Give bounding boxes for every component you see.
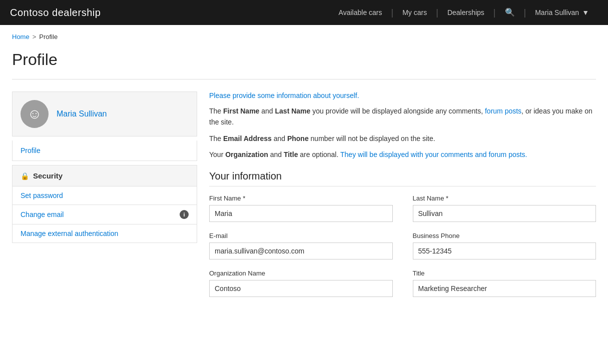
sidebar-security-header: 🔒 Security [12,165,197,186]
breadcrumb-separator: > [33,33,37,40]
your-information-title: Your information [209,170,596,186]
header: Contoso dealership Available cars | My c… [0,0,608,25]
sidebar: ☺ Maria Sullivan Profile 🔒 Security Set … [12,92,197,243]
site-logo: Contoso dealership [10,7,330,18]
info-paragraph-3: Your Organization and Title are optional… [209,149,596,160]
change-email-label: Change email [21,210,64,218]
email-field: E-mail [209,232,393,260]
profile-form: First Name * Last Name * E-mail Business… [209,194,596,297]
email-label: E-mail [209,232,393,240]
bold-last-name: Last Name [275,107,311,115]
intro-text: Please provide some information about yo… [209,92,596,100]
sidebar-item-profile[interactable]: Profile [12,140,197,161]
nav-dealerships[interactable]: Dealerships [438,0,493,25]
nav-available-cars[interactable]: Available cars [330,0,391,25]
first-name-input[interactable] [209,205,393,222]
last-name-field: Last Name * [413,194,596,222]
sidebar-item-manage-auth[interactable]: Manage external authentication [12,224,197,243]
org-input[interactable] [209,280,393,297]
avatar: ☺ [21,100,49,128]
user-card: ☺ Maria Sullivan [12,92,197,136]
chevron-down-icon: ▼ [582,0,589,25]
org-field: Organization Name [209,270,393,297]
nav-my-cars[interactable]: My cars [393,0,436,25]
first-name-field: First Name * [209,194,393,222]
sidebar-item-change-email[interactable]: Change email i [12,205,197,224]
page-title: Profile [0,44,608,79]
sidebar-user-name[interactable]: Maria Sullivan [57,110,107,118]
forum-posts-link[interactable]: forum posts [485,107,521,115]
sidebar-security-label: Security [33,172,63,180]
first-name-label: First Name * [209,194,393,202]
lock-icon: 🔒 [21,172,29,180]
main-content: Please provide some information about yo… [209,92,596,297]
breadcrumb-home[interactable]: Home [12,33,30,40]
breadcrumb: Home > Profile [0,25,608,44]
user-name-label: Maria Sullivan [535,0,579,25]
info-icon: i [180,210,189,219]
org-label: Organization Name [209,270,393,277]
set-password-label: Set password [21,192,63,200]
last-name-label: Last Name * [413,194,596,202]
last-name-input[interactable] [413,205,596,222]
optional-note: They will be displayed with your comment… [340,150,527,158]
bold-email: Email Address [223,134,272,142]
sidebar-item-set-password[interactable]: Set password [12,186,197,205]
title-field: Title [413,270,596,297]
title-input[interactable] [413,280,596,297]
user-menu[interactable]: Maria Sullivan ▼ [526,0,598,25]
email-input[interactable] [209,242,393,260]
bold-organization: Organization [225,150,268,158]
bold-title: Title [284,150,298,158]
phone-label: Business Phone [413,232,596,240]
main-layout: ☺ Maria Sullivan Profile 🔒 Security Set … [0,80,608,309]
title-label: Title [413,270,596,277]
main-nav: Available cars | My cars | Dealerships |… [330,0,598,25]
info-paragraph-1: The First Name and Last Name you provide… [209,106,596,128]
manage-auth-label: Manage external authentication [21,230,118,238]
user-avatar-icon: ☺ [28,107,42,121]
search-icon[interactable]: 🔍 [496,0,524,25]
breadcrumb-current: Profile [39,33,58,40]
phone-field: Business Phone [413,232,596,260]
bold-first-name: First Name [223,107,259,115]
bold-phone: Phone [287,134,309,142]
info-paragraph-2: The Email Address and Phone number will … [209,133,596,144]
phone-input[interactable] [413,242,596,260]
